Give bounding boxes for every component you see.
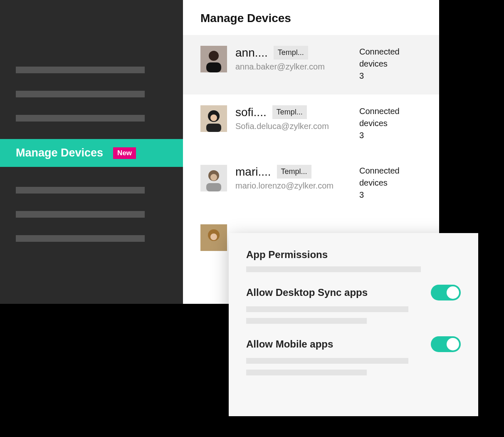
- text-placeholder: [246, 318, 367, 324]
- user-name: sofi....: [235, 106, 267, 119]
- sidebar-placeholder: [16, 187, 145, 194]
- text-placeholder: [246, 306, 408, 312]
- text-placeholder: [246, 266, 421, 272]
- toggle-mobile-apps[interactable]: [431, 336, 461, 352]
- permission-item: Allow Desktop Sync apps: [246, 285, 461, 324]
- user-tag[interactable]: Templ...: [277, 165, 311, 179]
- user-name: ann....: [235, 46, 268, 60]
- user-row[interactable]: mari.... Templ... mario.lorenzo@zylker.c…: [183, 154, 439, 214]
- permissions-title: App Permissions: [246, 249, 461, 261]
- user-tag[interactable]: Templ...: [274, 46, 308, 60]
- connected-devices-label: Connected devices: [359, 46, 422, 70]
- user-email: anna.baker@zylker.com: [235, 62, 359, 72]
- sidebar-placeholder: [16, 115, 145, 122]
- avatar: [200, 105, 227, 132]
- svg-rect-6: [206, 124, 221, 132]
- svg-point-13: [210, 233, 217, 240]
- user-info: mari.... Templ... mario.lorenzo@zylker.c…: [235, 165, 359, 191]
- text-placeholder: [246, 358, 408, 364]
- svg-rect-10: [206, 183, 221, 191]
- connected-devices-label: Connected devices: [359, 165, 422, 189]
- connected-devices: Connected devices 3: [359, 105, 422, 142]
- svg-point-9: [210, 174, 217, 181]
- svg-rect-2: [206, 62, 221, 72]
- sidebar-item-manage-devices[interactable]: Manage Devices New: [0, 139, 183, 167]
- avatar: [200, 46, 227, 72]
- page-title: Manage Devices: [183, 0, 439, 35]
- permission-label: Allow Desktop Sync apps: [246, 287, 368, 298]
- sidebar-placeholder: [16, 235, 145, 242]
- avatar: [200, 224, 227, 251]
- connected-devices-count: 3: [359, 70, 422, 82]
- connected-devices: Connected devices 3: [359, 46, 422, 82]
- user-email: mario.lorenzo@zylker.com: [235, 181, 359, 191]
- svg-point-5: [210, 114, 217, 121]
- permission-item: Allow Mobile apps: [246, 336, 461, 375]
- user-row[interactable]: ann.... Templ... anna.baker@zylker.com C…: [183, 35, 439, 94]
- sidebar-placeholder: [16, 67, 145, 73]
- sidebar-placeholder: [16, 91, 145, 97]
- user-email: Sofia.deluca@zylker.com: [235, 122, 359, 131]
- user-row[interactable]: sofi.... Templ... Sofia.deluca@zylker.co…: [183, 94, 439, 154]
- sidebar: Manage Devices New: [0, 0, 183, 304]
- sidebar-placeholder: [16, 211, 145, 218]
- permission-label: Allow Mobile apps: [246, 338, 333, 350]
- user-info: sofi.... Templ... Sofia.deluca@zylker.co…: [235, 105, 359, 131]
- connected-devices-count: 3: [359, 129, 422, 142]
- connected-devices-label: Connected devices: [359, 105, 422, 129]
- new-badge: New: [113, 147, 136, 159]
- user-tag[interactable]: Templ...: [272, 105, 307, 119]
- user-name: mari....: [235, 165, 271, 179]
- toggle-desktop-sync[interactable]: [431, 285, 461, 300]
- svg-point-1: [209, 51, 219, 61]
- connected-devices-count: 3: [359, 189, 422, 201]
- avatar: [200, 165, 227, 191]
- user-info: ann.... Templ... anna.baker@zylker.com: [235, 46, 359, 72]
- connected-devices: Connected devices 3: [359, 165, 422, 201]
- sidebar-item-label: Manage Devices: [16, 146, 103, 159]
- app-permissions-panel: App Permissions Allow Desktop Sync apps …: [229, 233, 478, 416]
- text-placeholder: [246, 370, 367, 375]
